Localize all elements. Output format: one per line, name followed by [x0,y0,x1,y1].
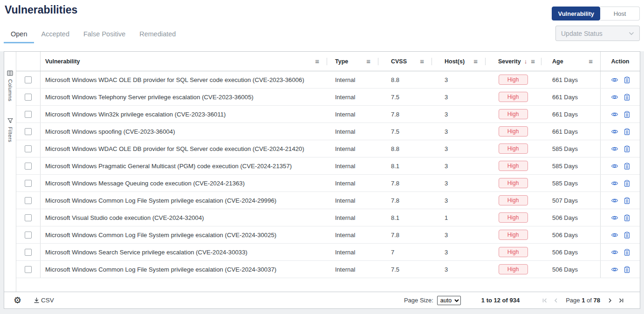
column-menu-icon[interactable]: ≡ [473,58,478,65]
view-details-button[interactable] [611,266,618,273]
report-clipboard-button[interactable] [624,111,630,118]
type-cell: Internal [327,209,378,226]
row-checkbox[interactable] [25,249,32,256]
tab-open[interactable]: Open [4,27,34,43]
type-cell: Internal [327,140,378,157]
row-checkbox[interactable] [25,111,32,118]
cvss-cell: 7.8 [378,106,432,123]
report-clipboard-button[interactable] [624,163,630,170]
column-menu-icon[interactable]: ≡ [366,58,370,65]
severity-cell: High [485,226,541,243]
table-row: Microsoft Windows spoofing (CVE-2023-360… [16,123,640,140]
view-details-button[interactable] [611,94,618,101]
report-clipboard-button[interactable] [624,145,630,152]
tab-false-positive[interactable]: False Positive [76,27,132,43]
column-menu-icon[interactable]: ≡ [531,58,535,65]
view-details-button[interactable] [611,111,618,118]
row-checkbox[interactable] [25,145,32,152]
report-clipboard-button[interactable] [624,180,630,187]
view-details-button[interactable] [611,128,618,135]
type-cell: Internal [327,89,378,105]
view-details-button[interactable] [611,214,618,221]
type-cell: Internal [327,175,378,191]
view-details-button[interactable] [611,180,618,187]
last-page-button[interactable] [616,295,627,306]
clipboard-icon [624,76,630,83]
page-size-select[interactable]: auto [437,296,461,305]
hosts-cell: 3 [432,261,485,278]
settings-gear-button[interactable]: ⚙ [14,296,21,305]
vulnerability-name: Microsoft Windows Telephony Server privi… [41,89,327,105]
sort-desc-icon[interactable]: ↓ [524,58,528,65]
column-header-age[interactable]: Age ≡ [541,52,600,71]
vulnerability-name: Microsoft Windows Common Log File System… [41,261,327,278]
row-checkbox[interactable] [25,197,32,204]
column-header-hosts[interactable]: Host(s) ≡ [432,52,485,71]
table-row: Microsoft Windows Common Log File System… [16,261,640,278]
view-details-button[interactable] [611,76,618,83]
download-csv-button[interactable]: CSV [34,297,54,304]
columns-panel-toggle[interactable]: Columns [7,70,13,101]
current-page: 1 [582,297,585,304]
column-menu-icon[interactable]: ≡ [420,58,424,65]
update-status-dropdown[interactable]: Update Status [555,26,640,41]
column-menu-icon[interactable]: ≡ [315,58,319,65]
clipboard-icon [624,249,630,256]
severity-cell: High [485,209,541,226]
severity-cell: High [485,261,541,278]
report-clipboard-button[interactable] [624,76,630,83]
row-checkbox[interactable] [25,180,32,187]
column-header-vulnerability[interactable]: Vulnerability ≡ [41,52,327,71]
report-clipboard-button[interactable] [624,128,630,135]
clipboard-icon [624,214,630,221]
view-details-button[interactable] [611,145,618,152]
age-cell: 506 Days [541,226,600,243]
filters-panel-toggle[interactable]: Filters [7,118,13,142]
type-cell: Internal [327,192,378,209]
tab-accepted[interactable]: Accepted [34,27,76,43]
report-clipboard-button[interactable] [624,266,630,273]
page-indicator: Page 1 of 78 [566,297,600,304]
severity-cell: High [485,140,541,157]
view-details-button[interactable] [611,232,618,239]
tab-remediated[interactable]: Remediated [132,27,183,43]
view-details-button[interactable] [611,197,618,204]
column-header-type[interactable]: Type ≡ [327,52,378,71]
column-header-cvss[interactable]: CVSS ≡ [378,52,432,71]
hosts-cell: 3 [432,71,485,88]
cvss-cell: 7.5 [378,89,432,105]
row-checkbox[interactable] [25,76,32,83]
age-cell: 507 Days [541,192,600,209]
report-clipboard-button[interactable] [624,197,630,204]
column-header-severity[interactable]: Severity ↓ ≡ [485,52,541,71]
report-clipboard-button[interactable] [624,232,630,239]
report-clipboard-button[interactable] [624,214,630,221]
cvss-cell: 7.5 [378,261,432,278]
view-details-button[interactable] [611,249,618,256]
next-page-button[interactable] [604,295,616,306]
clipboard-icon [624,232,630,239]
row-checkbox[interactable] [25,232,32,239]
first-page-button[interactable] [539,295,550,306]
toggle-host[interactable]: Host [600,7,640,20]
toggle-vulnerability[interactable]: Vulnerability [552,7,600,20]
column-menu-icon[interactable]: ≡ [589,58,593,65]
page-title: Vulnerabilities [5,4,77,16]
row-checkbox[interactable] [25,94,32,101]
row-checkbox[interactable] [25,163,32,170]
age-cell: 585 Days [541,157,600,174]
row-checkbox[interactable] [25,214,32,221]
row-checkbox[interactable] [25,128,32,135]
clipboard-icon [624,94,630,101]
report-clipboard-button[interactable] [624,94,630,101]
previous-page-button[interactable] [550,295,562,306]
vulnerability-name: Microsoft Visual Studio code execution (… [41,209,327,226]
severity-badge: High [499,230,528,240]
view-details-button[interactable] [611,163,618,170]
report-clipboard-button[interactable] [624,249,630,256]
chevron-down-icon [629,32,634,35]
eye-icon [611,266,618,273]
checkbox-cell [16,106,41,123]
row-checkbox[interactable] [25,266,32,273]
action-cell [600,244,640,260]
